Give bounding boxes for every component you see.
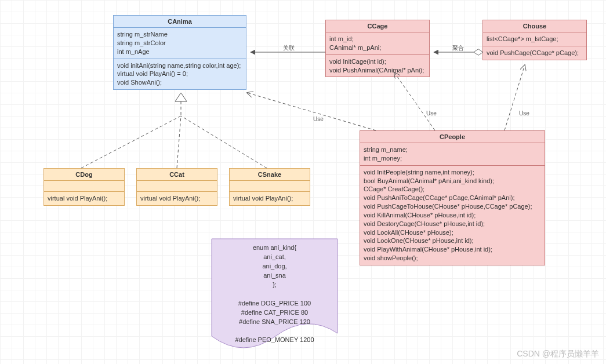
op: virtual void PlayAni(); <box>140 194 213 203</box>
op: void KillAnimal(CHouse* pHouse,int id); <box>364 211 541 220</box>
attr: int m_id; <box>329 35 426 43</box>
attr: string m_name; <box>364 145 541 154</box>
op: void LookOne(CHouse* pHouse,int id); <box>364 236 541 245</box>
note-line <box>212 290 338 299</box>
ops: virtual void PlayAni(); <box>230 192 310 205</box>
attrs: list<CCage*> m_lstCage; <box>483 32 586 46</box>
attrs <box>230 181 310 192</box>
attr: int m_nAge <box>117 48 242 56</box>
class-title: CSnake <box>230 169 310 181</box>
attr: string m_strColor <box>117 39 242 48</box>
note-line: #define SNA_PRICE 120 <box>212 318 338 327</box>
op: void showPeople(); <box>364 254 541 263</box>
note-line: #define PEO_MONEY 1200 <box>212 336 338 345</box>
note-line: ani_sna <box>212 271 338 281</box>
label-use: Use <box>519 110 529 117</box>
op: CCage* CreatCage(); <box>364 185 541 194</box>
class-chouse: Chouse list<CCage*> m_lstCage; void Push… <box>482 20 587 60</box>
note-content: enum ani_kind{ ani_cat, ani_dog, ani_sna… <box>212 243 338 345</box>
op: void PushCageToHouse(CHouse* pHouse,CCag… <box>364 202 541 211</box>
attrs: string m_strName string m_strColor int m… <box>114 28 246 59</box>
attr: CAnimal* m_pAni; <box>329 43 426 52</box>
op: bool BuyAnimal(CAnimal* pAni,ani_kind ki… <box>364 177 541 185</box>
op: virtual void PlayAni(); <box>233 194 306 203</box>
note-line: ani_dog, <box>212 262 338 271</box>
attr: string m_strName <box>117 30 242 39</box>
class-title: CPeople <box>360 131 545 143</box>
op: void PushAniToCage(CCage* pCage,CAnimal*… <box>364 194 541 202</box>
op: void PlayWithAnimal(CHouse* pHouse,int i… <box>364 245 541 254</box>
label-aggr: 聚合 <box>452 44 464 52</box>
ops: void PushCage(CCage* pCage); <box>483 46 586 60</box>
label-use: Use <box>313 116 324 122</box>
attrs <box>137 181 217 192</box>
op: virtual void PlayAni(); <box>48 194 121 203</box>
ops: void InitCage(int id); void PushAnimal(C… <box>326 55 429 77</box>
attrs <box>44 181 124 192</box>
attrs: string m_name; int m_money; <box>360 143 545 166</box>
op: void ShowAni(); <box>117 78 242 87</box>
class-ccat: CCat virtual void PlayAni(); <box>136 168 217 206</box>
label-use: Use <box>426 110 437 117</box>
ops: virtual void PlayAni(); <box>44 192 124 205</box>
class-title: CDog <box>44 169 124 181</box>
note-line: ani_cat, <box>212 253 338 262</box>
op: virtual void PlayAni() = 0; <box>117 70 242 78</box>
label-assoc: 关联 <box>283 44 295 52</box>
op: void PushAnimal(CAnimal* pAni); <box>329 66 426 75</box>
note-line <box>212 326 338 336</box>
class-title: Chouse <box>483 20 586 32</box>
note-line: }; <box>212 281 338 290</box>
note-line: #define CAT_PRICE 80 <box>212 308 338 318</box>
op: void InitPeople(string name,int money); <box>364 168 541 177</box>
class-csnake: CSnake virtual void PlayAni(); <box>229 168 310 206</box>
class-ccage: CCage int m_id; CAnimal* m_pAni; void In… <box>325 20 430 77</box>
class-cdog: CDog virtual void PlayAni(); <box>43 168 125 206</box>
attr: int m_money; <box>364 154 541 163</box>
op: void InitCage(int id); <box>329 57 426 66</box>
op: void LookAll(CHouse* pHouse); <box>364 228 541 237</box>
op: void PushCage(CCage* pCage); <box>487 49 583 57</box>
class-title: CCage <box>326 20 429 32</box>
class-canima: CAnima string m_strName string m_strColo… <box>113 15 246 90</box>
attrs: int m_id; CAnimal* m_pAni; <box>326 32 429 55</box>
note-line: #define DOG_PRICE 100 <box>212 299 338 308</box>
attr: list<CCage*> m_lstCage; <box>487 35 583 43</box>
ops: void InitPeople(string name,int money); … <box>360 166 545 265</box>
op: void DestoryCage(CHouse* pHouse,int id); <box>364 220 541 228</box>
ops: void initAni(string name,string color,in… <box>114 59 246 90</box>
class-title: CCat <box>137 169 217 181</box>
ops: virtual void PlayAni(); <box>137 192 217 205</box>
op: void initAni(string name,string color,in… <box>117 61 242 70</box>
class-title: CAnima <box>114 16 246 28</box>
note-line: enum ani_kind{ <box>212 243 338 253</box>
class-cpeople: CPeople string m_name; int m_money; void… <box>360 130 545 265</box>
